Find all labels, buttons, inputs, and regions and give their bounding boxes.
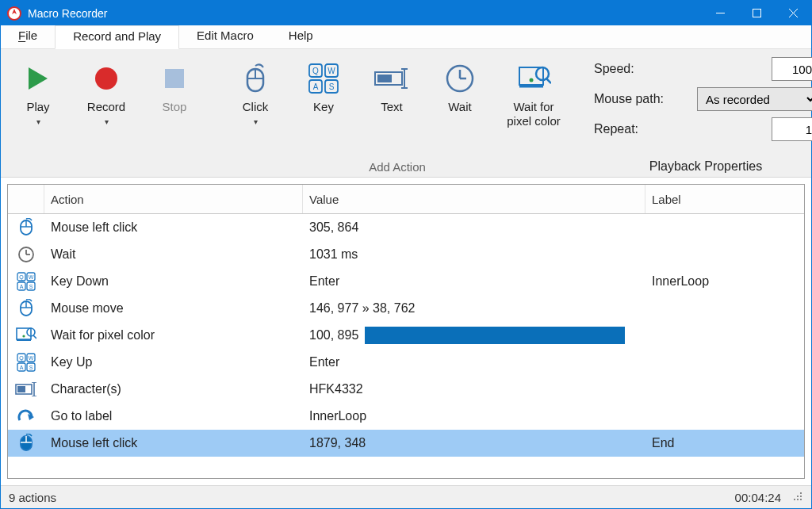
- status-time: 00:04:24: [735, 491, 781, 504]
- svg-rect-49: [17, 328, 31, 339]
- row-value: 1031 ms: [303, 247, 645, 262]
- row-label: End: [645, 436, 804, 450]
- svg-point-51: [22, 335, 25, 337]
- repeat-input[interactable]: [772, 117, 812, 141]
- table-row[interactable]: Mouse left click305, 864: [8, 214, 804, 241]
- stop-icon: [162, 66, 187, 91]
- table-row[interactable]: Wait for pixel color100, 895: [8, 322, 804, 349]
- row-icon: [8, 218, 44, 237]
- menu-file[interactable]: File: [1, 25, 55, 48]
- row-icon: [8, 382, 44, 396]
- header-icon[interactable]: [8, 185, 44, 213]
- stop-label: Stop: [163, 100, 187, 114]
- play-button[interactable]: Play ▾: [9, 54, 67, 126]
- wait-label: Wait: [448, 100, 471, 114]
- svg-rect-2: [753, 10, 760, 17]
- mouse-icon: [241, 63, 270, 94]
- svg-text:Q: Q: [312, 67, 319, 75]
- row-icon: QWAS: [8, 353, 44, 372]
- row-icon: [8, 299, 44, 318]
- group-label-playback: Playback Properties: [594, 159, 812, 174]
- text-label: Text: [381, 100, 403, 114]
- key-button[interactable]: Q W A S Key: [294, 54, 353, 114]
- table-row[interactable]: Mouse left click1879, 348End: [8, 430, 804, 457]
- row-label: InnerLoop: [645, 274, 804, 289]
- record-icon: [92, 64, 121, 93]
- row-action: Key Up: [44, 355, 303, 369]
- svg-line-31: [546, 78, 551, 83]
- play-dropdown-icon[interactable]: ▾: [36, 117, 40, 126]
- header-action[interactable]: Action: [44, 185, 303, 213]
- record-button[interactable]: Record ▾: [77, 54, 136, 126]
- key-icon: Q W A S: [308, 63, 339, 94]
- pixel-icon: [516, 63, 551, 94]
- ribbon: Play ▾ Record ▾ Stop: [1, 49, 811, 178]
- menu-record-play[interactable]: Record and Play: [55, 25, 179, 49]
- svg-rect-72: [797, 496, 799, 497]
- row-action: Key Down: [44, 274, 303, 289]
- row-action: Go to label: [44, 409, 303, 423]
- menubar: File Record and Play Edit Macro Help: [1, 25, 811, 49]
- repeat-label: Repeat:: [594, 122, 638, 136]
- row-icon: QWAS: [8, 272, 44, 291]
- svg-point-29: [530, 78, 534, 82]
- close-button[interactable]: [775, 1, 811, 25]
- table-row[interactable]: QWASKey UpEnter: [8, 349, 804, 376]
- key-label: Key: [313, 100, 334, 114]
- row-action: Wait: [44, 247, 303, 262]
- row-action: Mouse left click: [44, 436, 303, 450]
- click-dropdown-icon[interactable]: ▾: [254, 117, 258, 126]
- menu-help[interactable]: Help: [271, 25, 331, 48]
- minimize-button[interactable]: [702, 1, 738, 25]
- svg-rect-63: [17, 386, 25, 392]
- wait-pixel-button[interactable]: Wait for pixel color: [499, 54, 569, 128]
- menu-edit-macro[interactable]: Edit Macro: [179, 25, 271, 48]
- svg-text:S: S: [329, 82, 335, 91]
- action-grid: Action Value Label Mouse left click305, …: [7, 184, 805, 479]
- click-label: Click: [243, 100, 269, 114]
- resize-grip-icon[interactable]: [794, 492, 803, 502]
- record-dropdown-icon[interactable]: ▾: [105, 117, 109, 126]
- table-row[interactable]: Mouse move146, 977 » 38, 762: [8, 295, 804, 322]
- row-action: Mouse move: [44, 301, 303, 316]
- svg-rect-27: [519, 67, 543, 85]
- click-button[interactable]: Click ▾: [226, 54, 285, 126]
- speed-label: Speed:: [594, 62, 634, 76]
- svg-line-53: [33, 335, 36, 339]
- mouse-path-select[interactable]: As recorded: [697, 87, 812, 111]
- svg-point-6: [95, 67, 117, 90]
- row-value: 305, 864: [303, 220, 645, 235]
- speed-input[interactable]: [772, 57, 812, 81]
- table-row[interactable]: Character(s)HFK4332: [8, 376, 804, 403]
- grid-header: Action Value Label: [8, 185, 804, 214]
- row-action: Character(s): [44, 382, 303, 396]
- row-value: 146, 977 » 38, 762: [303, 301, 645, 316]
- table-row[interactable]: Wait1031 ms: [8, 241, 804, 268]
- svg-rect-73: [800, 496, 802, 497]
- window: Macro Recorder File Record and Play Edit…: [0, 0, 812, 509]
- svg-text:A: A: [20, 365, 24, 370]
- group-playback-controls: Play ▾ Record ▾ Stop: [1, 49, 212, 177]
- group-label-empty: [9, 159, 204, 174]
- svg-text:W: W: [29, 274, 34, 280]
- row-value: InnerLoop: [303, 409, 645, 423]
- stop-button[interactable]: Stop: [145, 54, 204, 114]
- maximize-button[interactable]: [738, 1, 775, 25]
- svg-rect-74: [794, 499, 795, 500]
- row-value: Enter: [303, 274, 645, 289]
- table-row[interactable]: Go to labelInnerLoop: [8, 403, 804, 430]
- row-icon: [8, 434, 44, 453]
- row-icon: [8, 409, 44, 423]
- svg-text:A: A: [313, 82, 319, 91]
- group-add-action: Click ▾ Q W A S Key: [218, 49, 576, 177]
- table-row[interactable]: QWASKey DownEnterInnerLoop: [8, 268, 804, 295]
- status-count: 9 actions: [9, 491, 56, 504]
- header-label[interactable]: Label: [645, 185, 804, 213]
- row-action: Mouse left click: [44, 220, 303, 235]
- group-label-add-action: Add Action: [226, 159, 569, 174]
- svg-rect-20: [377, 75, 392, 82]
- wait-button[interactable]: Wait: [431, 54, 489, 114]
- row-value: Enter: [303, 355, 645, 369]
- text-button[interactable]: Text: [362, 54, 421, 114]
- header-value[interactable]: Value: [303, 185, 645, 213]
